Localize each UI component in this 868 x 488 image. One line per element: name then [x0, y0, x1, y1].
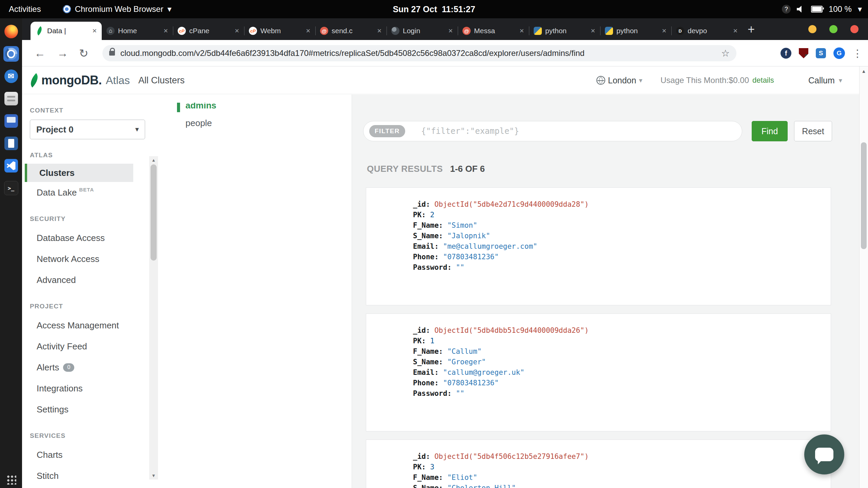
sidebar-item-charts[interactable]: Charts	[22, 444, 158, 465]
sidebar-item-label: Activity Feed	[37, 341, 87, 352]
find-button[interactable]: Find	[752, 121, 788, 141]
document-field: S_Name: "Groeger"	[413, 357, 817, 367]
user-menu[interactable]: Callum	[808, 66, 842, 94]
browser-tab[interactable]: send.c	[315, 22, 387, 40]
chromium-icon[interactable]	[3, 46, 19, 62]
filter-input[interactable]	[363, 121, 742, 141]
context-label: CONTEXT	[30, 107, 158, 114]
document-field: PK: 2	[413, 210, 817, 220]
extension-f-icon[interactable]	[781, 48, 791, 59]
app-menu[interactable]: Chromium Web Browser	[63, 4, 172, 14]
toolbar-extensions: 9 G	[781, 40, 863, 66]
python-favicon	[605, 27, 613, 35]
sidebar-item-alerts[interactable]: Alerts0	[22, 357, 158, 378]
collection-item-admins[interactable]: admins	[158, 103, 352, 114]
profile-avatar[interactable]: G	[833, 47, 845, 59]
firefox-icon[interactable]	[3, 24, 19, 39]
sidebar-item-data-lake[interactable]: Data LakeBETA	[22, 182, 158, 203]
document-card[interactable]: _id: ObjectId("5db4dbb51c9d4400009dda26"…	[366, 313, 831, 431]
tab-close-icon[interactable]	[662, 27, 667, 35]
url-text[interactable]: cloud.mongodb.com/v2/5db44fe6a6f23913b4d…	[120, 48, 717, 58]
sidebar-item-integrations[interactable]: Integrations	[22, 378, 158, 399]
scroll-up-icon[interactable]	[860, 68, 868, 74]
tab-close-icon[interactable]	[306, 27, 311, 35]
sidebar-item-settings[interactable]: Settings	[22, 399, 158, 420]
sidebar-scrollbar[interactable]	[149, 156, 158, 480]
sidebar-item-advanced[interactable]: Advanced	[22, 269, 158, 290]
vscode-icon[interactable]	[3, 158, 19, 174]
browser-tab[interactable]: Messa	[458, 22, 529, 40]
document-field: PK: 3	[413, 462, 817, 472]
desktop: Activities Chromium Web Browser Sun 27 O…	[0, 0, 868, 488]
show-applications-icon[interactable]	[6, 474, 16, 485]
new-tab-button[interactable]	[748, 22, 755, 37]
mongodb-leaf-icon	[27, 73, 41, 87]
tab-close-icon[interactable]	[377, 27, 382, 35]
document-glyph	[4, 137, 18, 150]
field-value: "Callum"	[447, 347, 481, 355]
sidebar-item-activity-feed[interactable]: Activity Feed	[22, 336, 158, 357]
sidebar-item-access-management[interactable]: Access Management	[22, 315, 158, 336]
sidebar-item-stitch[interactable]: Stitch	[22, 465, 158, 486]
back-button[interactable]	[34, 40, 45, 66]
thunderbird-icon[interactable]	[3, 68, 19, 84]
bookmark-star-icon[interactable]	[721, 48, 730, 59]
activities-button[interactable]: Activities	[9, 4, 41, 14]
reload-button[interactable]	[79, 40, 88, 66]
reset-button[interactable]: Reset	[794, 121, 832, 141]
address-bar[interactable]: cloud.mongodb.com/v2/5db44fe6a6f23913b4d…	[102, 45, 736, 61]
project-selector[interactable]: Project 0	[30, 120, 145, 139]
mongodb-logo[interactable]: mongoDB. Atlas	[31, 66, 130, 94]
tab-close-icon[interactable]	[163, 27, 168, 35]
extension-s-icon[interactable]	[816, 48, 826, 58]
scrollbar-thumb[interactable]	[151, 164, 157, 261]
system-tray[interactable]: 100 %	[782, 0, 862, 18]
browser-tab[interactable]: python	[600, 22, 671, 40]
document-card[interactable]: _id: ObjectId("5db4e2d71c9d4400009dda28"…	[366, 187, 831, 305]
tab-close-icon[interactable]	[733, 27, 738, 35]
scroll-down-icon[interactable]	[149, 473, 158, 478]
browser-tab[interactable]: python	[529, 22, 600, 40]
tab-close-icon[interactable]	[235, 27, 239, 35]
browser-tab[interactable]: devpo	[671, 22, 743, 40]
files-icon[interactable]	[3, 91, 19, 106]
collection-item-people[interactable]: people	[158, 114, 352, 132]
document-card[interactable]: _id: ObjectId("5db4f506c12b5e27916afee7"…	[366, 440, 831, 488]
forward-button[interactable]	[57, 40, 68, 66]
field-key: S_Name:	[413, 358, 447, 366]
all-clusters-link[interactable]: All Clusters	[138, 66, 185, 94]
browser-tab[interactable]: cPane	[173, 22, 244, 40]
ublock-icon[interactable]: 9	[799, 48, 808, 58]
page-scrollbar[interactable]	[859, 66, 868, 488]
cpanel-favicon	[249, 27, 257, 35]
clock[interactable]: Sun 27 Oct 11:51:27	[393, 4, 475, 14]
lock-icon[interactable]	[109, 51, 115, 56]
sidebar-item-clusters[interactable]: Clusters	[25, 164, 133, 182]
region-selector[interactable]: London	[596, 66, 642, 94]
tab-close-icon[interactable]	[92, 27, 97, 35]
browser-tab[interactable]: Data |	[31, 22, 102, 40]
terminal-icon[interactable]	[3, 180, 19, 196]
results-count: 1-6 OF 6	[450, 164, 485, 174]
usage-details-link[interactable]: details	[752, 76, 774, 85]
browser-tab[interactable]: Webm	[244, 22, 315, 40]
browser-tab[interactable]: Login	[387, 22, 458, 40]
sidebar-item-database-access[interactable]: Database Access	[22, 227, 158, 248]
tab-close-icon[interactable]	[519, 27, 524, 35]
close-button[interactable]	[850, 25, 859, 33]
document-icon[interactable]	[3, 136, 19, 151]
document-field: Password: ""	[413, 388, 817, 399]
tab-close-icon[interactable]	[591, 27, 595, 35]
maximize-button[interactable]	[829, 25, 837, 33]
browser-tab[interactable]: Home	[102, 22, 173, 40]
monitor-icon[interactable]	[3, 113, 19, 129]
field-value: "callum@groeger.uk"	[443, 368, 525, 377]
usage-summary: Usage This Month:$0.00 details	[660, 66, 774, 94]
sidebar-item-network-access[interactable]: Network Access	[22, 248, 158, 269]
intercom-launcher[interactable]	[804, 434, 844, 474]
minimize-button[interactable]	[808, 25, 816, 33]
tab-close-icon[interactable]	[448, 27, 453, 35]
browser-menu-icon[interactable]	[852, 47, 863, 59]
scroll-up-icon[interactable]	[149, 158, 158, 163]
scrollbar-thumb[interactable]	[861, 142, 867, 249]
